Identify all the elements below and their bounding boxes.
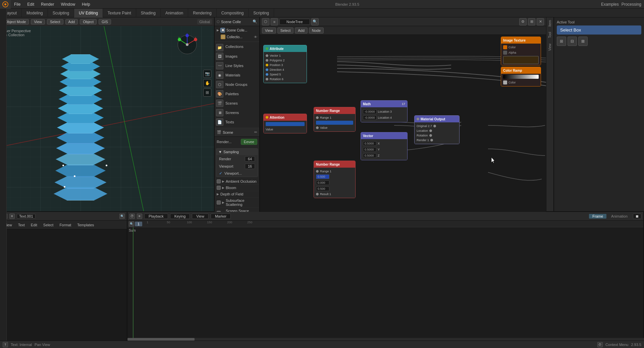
timeline-content[interactable]: Sum: [127, 227, 643, 348]
tab-texture-paint[interactable]: Texture Paint: [103, 9, 136, 17]
tab-shading[interactable]: Shading: [136, 9, 161, 17]
node-editor-search-icon[interactable]: 🔍: [311, 18, 319, 25]
viewport-object-btn[interactable]: Object: [80, 19, 97, 24]
viewport-samples-value[interactable]: 16: [245, 164, 255, 169]
sidebar-tab-view[interactable]: View: [547, 41, 553, 54]
viewport-select-btn[interactable]: Select: [47, 19, 63, 24]
ambient-occlusion-item[interactable]: ▶ Ambient Occlusion: [215, 178, 259, 185]
scene-edit-icon[interactable]: ✏: [254, 130, 257, 134]
sidebar-tab-tool[interactable]: Tool: [547, 29, 553, 41]
node-add-btn[interactable]: Add: [295, 27, 308, 34]
attention-node[interactable]: Attention Value: [263, 114, 307, 133]
viewport-view-btn[interactable]: View: [31, 19, 45, 24]
menu-edit[interactable]: Edit: [24, 0, 38, 9]
text-menu-templates[interactable]: Templates: [74, 222, 97, 228]
text-editor-content[interactable]: 1: [0, 229, 127, 341]
viewport-3d-content[interactable]: X Y Z User Perspective: [0, 26, 214, 212]
nodetree-selector[interactable]: NodeTree: [279, 19, 310, 25]
prop-icon-texts[interactable]: 📄: [216, 118, 223, 126]
viewport-3d[interactable]: Object Mode View Select Add Object GIS G…: [0, 17, 215, 212]
frame-tab-timeline[interactable]: Frame: [589, 214, 606, 219]
collection-item[interactable]: ⬡ Collectio... 👁: [215, 34, 259, 40]
nr2-body: Range 1 0.500 0.000 0.500 Result 1: [314, 168, 355, 198]
number-range-2-node[interactable]: Number Range Range 1 0.500 0.000 0.500 R…: [314, 161, 356, 198]
menu-file[interactable]: File: [11, 0, 24, 9]
menu-help[interactable]: Help: [78, 0, 94, 9]
tab-uv-editing[interactable]: UV Editing: [74, 9, 103, 17]
text-search-icon[interactable]: 🔍: [119, 214, 125, 219]
tab-scripting[interactable]: Scripting: [249, 9, 274, 17]
node-editor-close-icon[interactable]: ✕: [537, 18, 544, 25]
render-samples-label: Render: [219, 157, 243, 161]
prop-icon-screens[interactable]: 🖥: [216, 109, 223, 116]
prop-icon-nodegroups[interactable]: ⬡: [216, 81, 223, 88]
attention-socket: [266, 116, 268, 119]
viewport-add-btn[interactable]: Add: [65, 19, 78, 24]
node-select-btn[interactable]: Select: [277, 27, 294, 34]
marker-btn[interactable]: Marker: [211, 214, 231, 219]
prop-icon-collections[interactable]: 📁: [216, 44, 223, 51]
math-node[interactable]: Math 17 -0.0000 Location 3 -0.0000 Locat…: [361, 100, 408, 122]
prop-icon-materials[interactable]: ◉: [216, 71, 223, 79]
attribute-node[interactable]: Attribute Vector 1 Polygons 2 Position 3…: [263, 45, 307, 83]
node-editor-settings-icon[interactable]: ⚙: [519, 18, 527, 25]
timeline-scrollbar[interactable]: [127, 338, 644, 341]
sidebar-tab-item[interactable]: Item: [547, 17, 553, 29]
tool-icon-2[interactable]: ⊟: [568, 37, 577, 46]
ssr-item[interactable]: ▶ Screen Space Refl...: [215, 208, 259, 212]
viewport-gis-btn[interactable]: GIS: [99, 19, 111, 24]
number-range-1-node[interactable]: Number Range Range 1 Value: [314, 107, 356, 132]
bloom-item[interactable]: ▶ Bloom: [215, 185, 259, 191]
sss-item[interactable]: ▶ Subsurface Scattering: [215, 197, 259, 208]
tool-panel: Active Tool Select Box ⊞ ⊟ ⊠: [553, 17, 644, 212]
menu-render[interactable]: Render: [38, 0, 57, 9]
vector-node[interactable]: Vector 0.5000 X 0.5000 Y 0.5000 Z: [361, 132, 408, 160]
tool-icon-1[interactable]: ⊞: [557, 37, 566, 46]
current-frame-display[interactable]: 1: [135, 222, 142, 226]
select-box-label[interactable]: Select Box: [557, 25, 641, 35]
nav-gizmo[interactable]: X Y Z: [175, 33, 199, 56]
ao-label: Ambient Occlusion: [226, 179, 257, 183]
tab-compositing[interactable]: Compositing: [217, 9, 249, 17]
node-node-btn[interactable]: Node: [309, 27, 324, 34]
tab-sculpting[interactable]: Sculpting: [48, 9, 74, 17]
orange-node-2[interactable]: Color Ramp Color: [501, 67, 541, 86]
prop-icon-linestyles[interactable]: 〰: [216, 62, 223, 69]
node-editor-mode-icon[interactable]: ≡: [271, 18, 278, 25]
viewport-cursor-icon[interactable]: ✋: [203, 79, 211, 87]
stop-icon[interactable]: ⏹: [633, 214, 641, 219]
scrollbar-thumb[interactable]: [127, 338, 195, 341]
orange-node-1[interactable]: Image Texture Color Alpha: [501, 37, 541, 65]
view-btn[interactable]: View: [192, 214, 209, 219]
tab-animation[interactable]: Animation: [161, 9, 188, 17]
ruler-search-icon[interactable]: 🔍: [129, 221, 134, 227]
animation-tab-timeline[interactable]: Animation: [608, 214, 631, 219]
text-menu-select[interactable]: Select: [41, 222, 56, 228]
text-menu-text[interactable]: Text: [15, 222, 28, 228]
tool-icon-3[interactable]: ⊠: [578, 37, 588, 46]
tab-modeling[interactable]: Modeling: [22, 9, 48, 17]
node-editor-content[interactable]: Attribute Vector 1 Polygons 2 Position 3…: [260, 35, 546, 212]
text-menu-format[interactable]: Format: [57, 222, 74, 228]
playback-btn[interactable]: Playback: [144, 214, 168, 219]
viewport-camera-icon[interactable]: 📷: [203, 70, 211, 78]
material-output-node[interactable]: Material Output Original 2.7 Location Ro…: [414, 115, 460, 144]
text-file-name[interactable]: Text.001: [17, 214, 36, 219]
text-menu-edit[interactable]: Edit: [28, 222, 40, 228]
eevee-btn[interactable]: Eevee: [241, 139, 257, 145]
scene-collection-item[interactable]: ▶ 🔲 Scene Colle...: [215, 27, 259, 34]
node-editor-type-icon[interactable]: ⬡: [262, 18, 269, 25]
viewport-grid-icon[interactable]: ⊞: [203, 89, 211, 97]
prop-icon-images[interactable]: 🖼: [216, 53, 223, 60]
render-samples-value[interactable]: 64: [245, 156, 255, 162]
tab-rendering[interactable]: Rendering: [188, 9, 216, 17]
keying-btn[interactable]: Keying: [170, 214, 190, 219]
node-view-btn[interactable]: View: [262, 27, 276, 34]
prop-icon-palettes[interactable]: 🎨: [216, 90, 223, 98]
outliner-filter-icon[interactable]: 🔍: [253, 19, 257, 24]
node-editor[interactable]: ⬡ ≡ NodeTree 🔍 ⚙ ⊞ ✕ View Select: [260, 17, 546, 212]
menu-window[interactable]: Window: [57, 0, 78, 9]
dof-item[interactable]: ▶ Depth of Field: [215, 191, 259, 197]
node-editor-fullscreen-icon[interactable]: ⊞: [528, 18, 535, 25]
prop-icon-scenes[interactable]: 🎬: [216, 100, 223, 107]
